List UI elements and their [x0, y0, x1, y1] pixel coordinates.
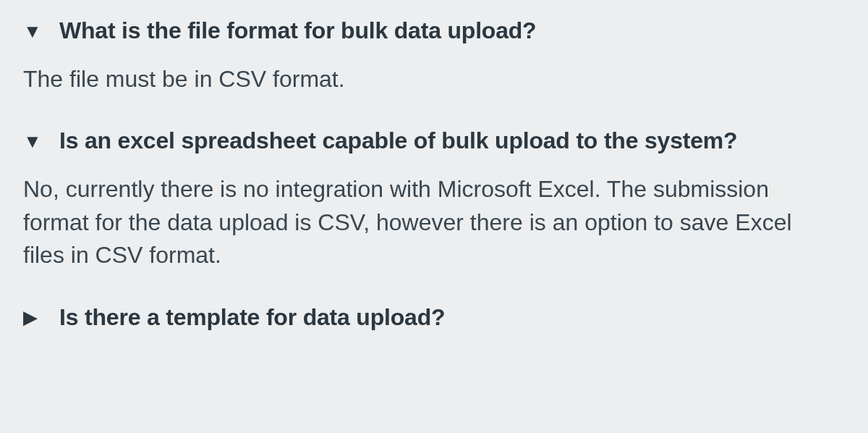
faq-question: Is an excel spreadsheet capable of bulk … [59, 127, 737, 154]
faq-toggle-excel-upload[interactable]: Is an excel spreadsheet capable of bulk … [22, 126, 846, 156]
faq-question: What is the file format for bulk data up… [59, 17, 536, 44]
caret-right-icon [22, 308, 49, 327]
faq-answer: The file must be in CSV format. [23, 63, 833, 96]
faq-list: What is the file format for bulk data up… [0, 0, 868, 332]
faq-item-template: Is there a template for data upload? [22, 303, 846, 332]
faq-answer: No, currently there is no integration wi… [23, 173, 833, 272]
faq-toggle-template[interactable]: Is there a template for data upload? [22, 303, 846, 332]
caret-down-icon [22, 22, 49, 41]
faq-item-file-format: What is the file format for bulk data up… [22, 16, 846, 96]
faq-question: Is there a template for data upload? [59, 304, 445, 331]
faq-item-excel-upload: Is an excel spreadsheet capable of bulk … [22, 126, 846, 272]
caret-down-icon [22, 132, 49, 151]
faq-toggle-file-format[interactable]: What is the file format for bulk data up… [22, 16, 846, 46]
